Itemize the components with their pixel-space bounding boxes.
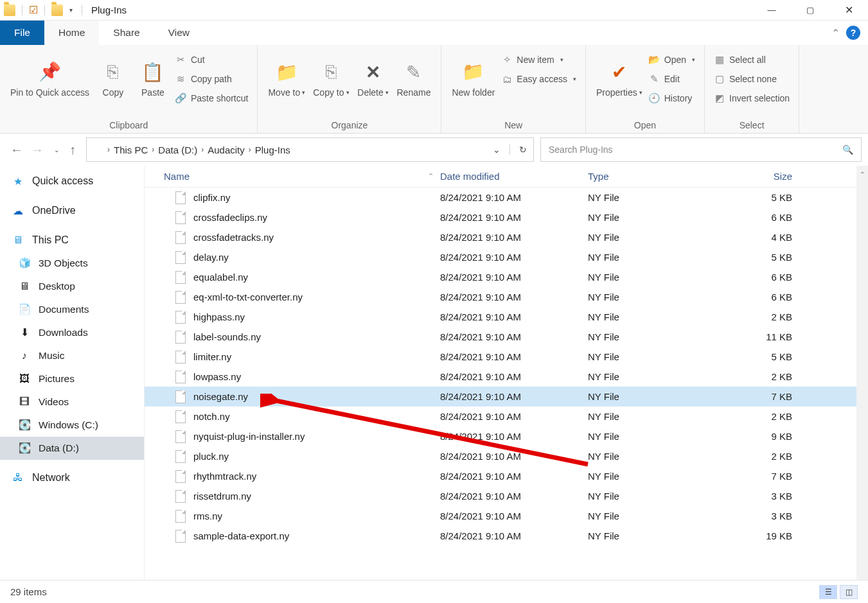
ribbon-group-organize: 📁Move to▾ ⎘Copy to▾ ✕Delete▾ ✎Rename Org… xyxy=(258,45,441,133)
nav-network[interactable]: 🖧Network xyxy=(0,466,144,489)
group-caption: Open xyxy=(592,119,698,132)
crumb-data-d[interactable]: Data (D:)› xyxy=(158,144,204,155)
nav-item[interactable]: ♪Music xyxy=(0,344,144,367)
file-size: 9 KB xyxy=(716,431,806,442)
search-box[interactable]: Search Plug-Ins 🔍 xyxy=(540,137,862,162)
minimize-button[interactable]: — xyxy=(752,0,791,21)
scrollbar[interactable]: ⌃ xyxy=(856,166,868,580)
file-row[interactable]: lowpass.ny8/24/2021 9:10 AMNY File2 KB xyxy=(145,367,868,387)
file-row[interactable]: noisegate.ny8/24/2021 9:10 AMNY File7 KB xyxy=(145,387,868,406)
move-to-button[interactable]: 📁Move to▾ xyxy=(264,49,309,108)
select-all-button[interactable]: ▦Select all xyxy=(711,51,792,68)
nav-item[interactable]: 💽Data (D:) xyxy=(0,437,144,460)
main-body: ★Quick access ☁OneDrive 🖥This PC 🧊3D Obj… xyxy=(0,166,868,580)
nav-item[interactable]: 🖥Desktop xyxy=(0,275,144,298)
refresh-button[interactable]: ↻ xyxy=(509,144,527,155)
maximize-button[interactable]: ▢ xyxy=(791,0,829,21)
address-bar[interactable]: › This PC› Data (D:)› Audacity› Plug-Ins… xyxy=(86,137,534,162)
crumb-this-pc[interactable]: This PC› xyxy=(114,144,154,155)
chevron-right-icon[interactable]: › xyxy=(152,145,154,154)
file-row[interactable]: limiter.ny8/24/2021 9:10 AMNY File5 KB xyxy=(145,347,868,367)
file-row[interactable]: delay.ny8/24/2021 9:10 AMNY File5 KB xyxy=(145,247,868,267)
tab-share[interactable]: Share xyxy=(99,21,154,45)
file-row[interactable]: rissetdrum.ny8/24/2021 9:10 AMNY File3 K… xyxy=(145,486,868,506)
delete-button[interactable]: ✕Delete▾ xyxy=(353,49,393,108)
file-row[interactable]: rhythmtrack.ny8/24/2021 9:10 AMNY File7 … xyxy=(145,466,868,486)
file-row[interactable]: crossfadeclips.ny8/24/2021 9:10 AMNY Fil… xyxy=(145,207,868,227)
nav-onedrive[interactable]: ☁OneDrive xyxy=(0,199,144,222)
file-date: 8/24/2021 9:10 AM xyxy=(440,252,588,263)
file-row[interactable]: notch.ny8/24/2021 9:10 AMNY File2 KB xyxy=(145,406,868,426)
nav-item-icon: ⬇ xyxy=(18,326,31,339)
edit-button[interactable]: ✎Edit xyxy=(646,71,698,87)
nav-item[interactable]: 💽Windows (C:) xyxy=(0,414,144,437)
file-row[interactable]: eq-xml-to-txt-converter.ny8/24/2021 9:10… xyxy=(145,287,868,307)
crumb-plugins[interactable]: Plug-Ins xyxy=(255,144,290,155)
easy-access-button[interactable]: 🗂Easy access▾ xyxy=(499,71,579,87)
file-row[interactable]: pluck.ny8/24/2021 9:10 AMNY File2 KB xyxy=(145,446,868,466)
scroll-up-icon[interactable]: ⌃ xyxy=(858,171,866,178)
nav-this-pc[interactable]: 🖥This PC xyxy=(0,229,144,252)
copy-button[interactable]: ⎘ Copy xyxy=(93,49,133,108)
file-list[interactable]: clipfix.ny8/24/2021 9:10 AMNY File5 KBcr… xyxy=(145,188,868,580)
column-name[interactable]: Name xyxy=(145,171,421,182)
file-row[interactable]: highpass.ny8/24/2021 9:10 AMNY File2 KB xyxy=(145,307,868,327)
column-size[interactable]: Size xyxy=(716,171,806,182)
nav-item-label: Videos xyxy=(39,396,69,408)
nav-item[interactable]: 📄Documents xyxy=(0,298,144,321)
close-button[interactable]: ✕ xyxy=(829,0,868,21)
crumb-audacity[interactable]: Audacity› xyxy=(208,144,251,155)
chevron-right-icon[interactable]: › xyxy=(107,145,110,154)
chevron-right-icon[interactable]: › xyxy=(249,145,251,154)
forward-button[interactable]: → xyxy=(31,143,44,157)
file-row[interactable]: rms.ny8/24/2021 9:10 AMNY File3 KB xyxy=(145,506,868,526)
column-type[interactable]: Type xyxy=(588,171,716,182)
column-date[interactable]: Date modified xyxy=(440,171,588,182)
file-row[interactable]: nyquist-plug-in-installer.ny8/24/2021 9:… xyxy=(145,426,868,446)
nav-item[interactable]: 🎞Videos xyxy=(0,390,144,414)
properties-qat-icon[interactable]: ☑ xyxy=(29,4,38,16)
qat-dropdown-icon[interactable]: ▾ xyxy=(69,6,73,13)
copy-to-button[interactable]: ⎘Copy to▾ xyxy=(309,49,353,108)
nav-item[interactable]: 🖼Pictures xyxy=(0,367,144,390)
file-row[interactable]: clipfix.ny8/24/2021 9:10 AMNY File5 KB xyxy=(145,188,868,207)
rename-button[interactable]: ✎Rename xyxy=(393,49,435,108)
invert-selection-button[interactable]: ◩Invert selection xyxy=(711,90,792,107)
recent-locations-icon[interactable]: ⌄ xyxy=(54,146,59,153)
paste-shortcut-button[interactable]: 🔗Paste shortcut xyxy=(173,90,251,107)
history-button[interactable]: 🕘History xyxy=(646,90,698,107)
tab-home[interactable]: Home xyxy=(44,21,99,45)
chevron-right-icon[interactable]: › xyxy=(201,145,204,154)
details-view-button[interactable]: ☰ xyxy=(819,585,837,599)
thumbnails-view-button[interactable]: ◫ xyxy=(840,585,858,599)
nav-item[interactable]: ⬇Downloads xyxy=(0,321,144,344)
file-size: 6 KB xyxy=(716,272,806,283)
cut-button[interactable]: ✂Cut xyxy=(173,51,251,68)
search-icon[interactable]: 🔍 xyxy=(842,144,853,155)
file-row[interactable]: equalabel.ny8/24/2021 9:10 AMNY File6 KB xyxy=(145,267,868,287)
properties-button[interactable]: ✔Properties▾ xyxy=(592,49,646,108)
nav-quick-access[interactable]: ★Quick access xyxy=(0,170,144,193)
file-row[interactable]: crossfadetracks.ny8/24/2021 9:10 AMNY Fi… xyxy=(145,227,868,247)
back-button[interactable]: ← xyxy=(10,143,23,157)
help-icon[interactable]: ? xyxy=(846,26,860,40)
pin-icon: 📌 xyxy=(37,59,62,85)
new-item-button[interactable]: ✧New item▾ xyxy=(499,51,579,68)
copy-path-button[interactable]: ≋Copy path xyxy=(173,71,251,87)
tab-file[interactable]: File xyxy=(0,21,44,45)
file-date: 8/24/2021 9:10 AM xyxy=(440,311,588,322)
file-size: 2 KB xyxy=(716,411,806,422)
up-button[interactable]: ↑ xyxy=(69,143,76,157)
file-row[interactable]: sample-data-export.ny8/24/2021 9:10 AMNY… xyxy=(145,526,868,546)
delete-icon: ✕ xyxy=(360,59,386,85)
ribbon-collapse-icon[interactable]: ⌃ xyxy=(831,27,840,39)
nav-item[interactable]: 🧊3D Objects xyxy=(0,252,144,275)
select-none-button[interactable]: ▢Select none xyxy=(711,71,792,87)
new-folder-button[interactable]: 📁New folder xyxy=(448,49,499,108)
paste-button[interactable]: 📋 Paste xyxy=(133,49,173,108)
tab-view[interactable]: View xyxy=(154,21,204,45)
address-dropdown-icon[interactable]: ⌄ xyxy=(493,144,500,155)
open-button[interactable]: 📂Open▾ xyxy=(646,51,698,68)
pin-button[interactable]: 📌 Pin to Quick access xyxy=(6,49,93,108)
file-row[interactable]: label-sounds.ny8/24/2021 9:10 AMNY File1… xyxy=(145,327,868,347)
